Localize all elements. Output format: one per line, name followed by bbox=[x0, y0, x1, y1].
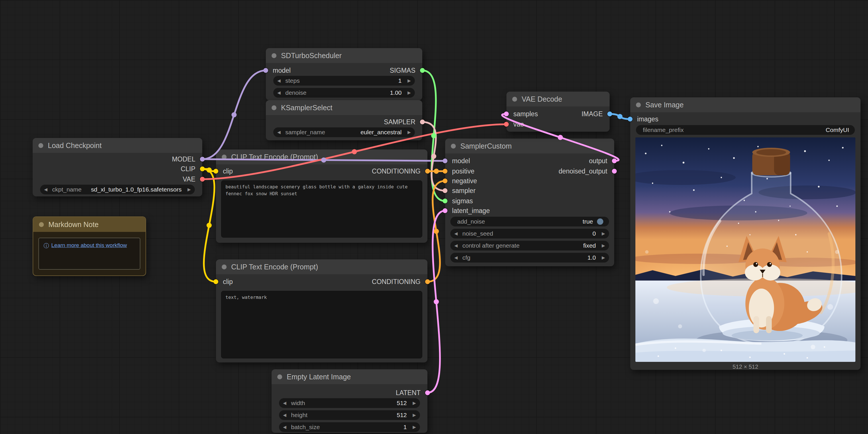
node-save-image[interactable]: Save Image images filename_prefix ComfyU… bbox=[630, 97, 861, 370]
output-slot-conditioning[interactable]: CONDITIONING bbox=[216, 277, 427, 286]
workflow-link[interactable]: Learn more about this workflow bbox=[51, 242, 127, 248]
latent-port-icon[interactable] bbox=[612, 169, 617, 174]
collapse-dot-icon[interactable] bbox=[222, 265, 226, 269]
node-load-checkpoint[interactable]: Load Checkpoint MODEL CLIP VAE ckpt_name… bbox=[33, 138, 202, 196]
conditioning-port-icon[interactable] bbox=[443, 179, 447, 183]
collapse-dot-icon[interactable] bbox=[222, 155, 226, 160]
increment-arrow-icon[interactable] bbox=[404, 90, 411, 95]
slot-label: LATENT bbox=[396, 389, 421, 397]
collapse-dot-icon[interactable] bbox=[39, 222, 44, 227]
steps-widget[interactable]: steps 1 bbox=[273, 76, 415, 86]
cfg-widget[interactable]: cfg 1.0 bbox=[450, 253, 609, 263]
output-slot-sampler[interactable]: SAMPLER bbox=[266, 118, 422, 126]
increment-arrow-icon[interactable] bbox=[598, 231, 605, 236]
node-ksampler-select[interactable]: KSamplerSelect SAMPLER sampler_name eule… bbox=[266, 100, 422, 140]
decrement-arrow-icon[interactable] bbox=[277, 78, 284, 83]
input-slot-vae[interactable]: vae bbox=[506, 120, 610, 129]
input-slot-sigmas[interactable]: sigmas bbox=[445, 197, 614, 205]
collapse-dot-icon[interactable] bbox=[636, 102, 641, 107]
increment-arrow-icon[interactable] bbox=[409, 425, 416, 430]
clip-port-icon[interactable] bbox=[200, 167, 205, 171]
control-after-generate-widget[interactable]: control after generate fixed bbox=[450, 241, 609, 251]
width-widget[interactable]: width 512 bbox=[279, 398, 420, 408]
sampler-port-icon[interactable] bbox=[443, 188, 447, 193]
decrement-arrow-icon[interactable] bbox=[454, 243, 461, 248]
increment-arrow-icon[interactable] bbox=[598, 255, 605, 260]
batch-size-widget[interactable]: batch_size 1 bbox=[279, 422, 420, 432]
decrement-arrow-icon[interactable] bbox=[277, 90, 284, 95]
noise-seed-widget[interactable]: noise_seed 0 bbox=[450, 229, 609, 238]
input-slot-images[interactable]: images bbox=[630, 115, 861, 123]
decrement-arrow-icon[interactable] bbox=[44, 187, 51, 192]
collapse-dot-icon[interactable] bbox=[512, 97, 517, 102]
sampler-name-widget[interactable]: sampler_name euler_ancestral bbox=[273, 127, 415, 137]
increment-arrow-icon[interactable] bbox=[409, 401, 416, 406]
output-slot-model[interactable]: MODEL bbox=[33, 155, 202, 164]
output-slot-conditioning[interactable]: CONDITIONING bbox=[216, 167, 427, 175]
node-title: VAE Decode bbox=[522, 95, 562, 103]
output-slot-clip[interactable]: CLIP bbox=[33, 165, 202, 173]
output-slot-sigmas[interactable]: SIGMAS bbox=[266, 66, 422, 75]
latent-port-icon[interactable] bbox=[612, 159, 617, 164]
increment-arrow-icon[interactable] bbox=[184, 187, 191, 192]
node-vae-decode[interactable]: VAE Decode samples vae IMAGE bbox=[506, 92, 610, 132]
node-clip-text-encode-positive[interactable]: CLIP Text Encode (Prompt) clip CONDITION… bbox=[216, 149, 427, 243]
height-widget[interactable]: height 512 bbox=[279, 410, 420, 420]
increment-arrow-icon[interactable] bbox=[404, 130, 411, 135]
latent-port-icon[interactable] bbox=[443, 208, 447, 213]
prompt-textarea[interactable]: beautiful landscape scenery glass bottle… bbox=[221, 180, 422, 238]
node-sampler-custom[interactable]: SamplerCustom model positive negative sa… bbox=[445, 139, 614, 266]
increment-arrow-icon[interactable] bbox=[404, 78, 411, 83]
conditioning-port-icon[interactable] bbox=[425, 169, 430, 174]
filename-prefix-widget[interactable]: filename_prefix ComfyUI bbox=[636, 125, 855, 135]
decrement-arrow-icon[interactable] bbox=[454, 255, 461, 260]
toggle-knob-icon[interactable] bbox=[597, 219, 603, 225]
decrement-arrow-icon[interactable] bbox=[283, 412, 290, 418]
model-port-icon[interactable] bbox=[200, 157, 205, 162]
ckpt-name-widget[interactable]: ckpt_name sd_xl_turbo_1.0_fp16.safetenso… bbox=[40, 185, 195, 194]
link-model-scheduler bbox=[202, 70, 266, 159]
increment-arrow-icon[interactable] bbox=[409, 412, 416, 418]
node-clip-text-encode-negative[interactable]: CLIP Text Encode (Prompt) clip CONDITION… bbox=[216, 259, 427, 362]
decrement-arrow-icon[interactable] bbox=[283, 425, 290, 430]
slot-label: CONDITIONING bbox=[372, 278, 421, 286]
decrement-arrow-icon[interactable] bbox=[454, 231, 461, 236]
increment-arrow-icon[interactable] bbox=[598, 243, 605, 248]
sigmas-port-icon[interactable] bbox=[420, 68, 425, 73]
sigmas-port-icon[interactable] bbox=[443, 199, 447, 204]
node-markdown-note[interactable]: Markdown Note ⓘ Learn more about this wo… bbox=[33, 216, 146, 276]
prompt-textarea[interactable]: text, watermark bbox=[221, 291, 422, 359]
sampler-port-icon[interactable] bbox=[420, 120, 425, 125]
comfyui-node-canvas[interactable]: { "canvas": { "background": "#1f1f1f", "… bbox=[0, 0, 868, 434]
denoise-widget[interactable]: denoise 1.00 bbox=[273, 88, 415, 98]
latent-port-icon[interactable] bbox=[425, 391, 430, 395]
output-slot-output[interactable]: output bbox=[445, 157, 614, 165]
slot-label: sigmas bbox=[452, 197, 473, 205]
preview-image bbox=[636, 137, 856, 362]
input-slot-latent-image[interactable]: latent_image bbox=[445, 206, 614, 215]
image-port-icon[interactable] bbox=[607, 112, 612, 116]
output-slot-denoised-output[interactable]: denoised_output bbox=[445, 167, 614, 175]
add-noise-toggle[interactable]: add_noise true bbox=[450, 217, 609, 227]
image-port-icon[interactable] bbox=[628, 117, 632, 122]
collapse-dot-icon[interactable] bbox=[451, 144, 456, 148]
node-sdturbo-scheduler[interactable]: SDTurboScheduler model SIGMAS steps 1 de… bbox=[266, 48, 422, 100]
collapse-dot-icon[interactable] bbox=[272, 53, 276, 58]
collapse-dot-icon[interactable] bbox=[277, 374, 282, 379]
vae-port-icon[interactable] bbox=[504, 122, 509, 127]
decrement-arrow-icon[interactable] bbox=[283, 401, 290, 406]
collapse-dot-icon[interactable] bbox=[272, 105, 276, 110]
output-slot-latent[interactable]: LATENT bbox=[272, 389, 427, 397]
node-empty-latent-image[interactable]: Empty Latent Image LATENT width 512 heig… bbox=[272, 369, 427, 433]
conditioning-port-icon[interactable] bbox=[425, 279, 430, 284]
output-slot-vae[interactable]: VAE bbox=[33, 175, 202, 183]
vae-port-icon[interactable] bbox=[200, 177, 205, 182]
node-title: Empty Latent Image bbox=[287, 373, 351, 381]
decrement-arrow-icon[interactable] bbox=[277, 130, 284, 135]
slot-label: VAE bbox=[183, 175, 195, 183]
input-slot-sampler[interactable]: sampler bbox=[445, 187, 614, 195]
slot-label: negative bbox=[452, 177, 477, 185]
input-slot-negative[interactable]: negative bbox=[445, 177, 614, 185]
output-slot-image[interactable]: IMAGE bbox=[506, 110, 610, 118]
collapse-dot-icon[interactable] bbox=[38, 143, 43, 148]
